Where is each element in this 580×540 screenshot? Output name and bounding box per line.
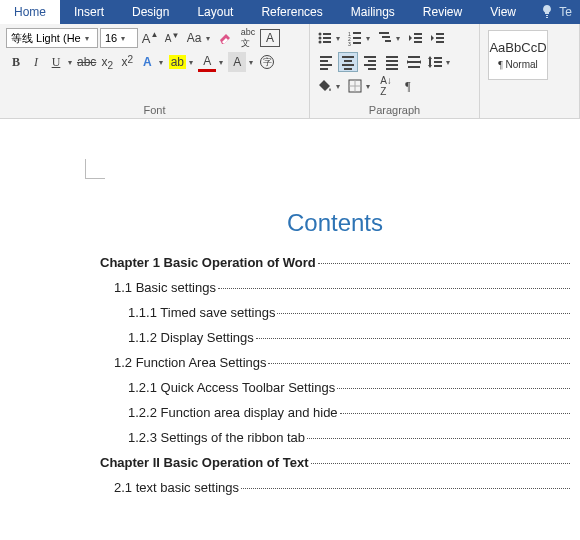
font-name-value: 等线 Light (He — [11, 31, 81, 46]
pilcrow-icon: ¶ — [498, 59, 503, 70]
grow-font-button[interactable]: A▲ — [140, 28, 160, 48]
toc-entry[interactable]: 1.1.1 Timed save settings — [128, 305, 570, 320]
font-name-combo[interactable]: 等线 Light (He ▾ — [6, 28, 98, 48]
outdent-icon — [408, 30, 424, 46]
toc-entry[interactable]: 1.1 Basic settings — [114, 280, 570, 295]
toc-entry[interactable]: Chapter II Basic Operation of Text — [100, 455, 570, 470]
toc-leader — [218, 288, 570, 289]
align-center-icon — [340, 54, 356, 70]
increase-indent-button[interactable] — [428, 28, 448, 48]
justify-icon — [384, 54, 400, 70]
toc-entry-text: Chapter 1 Basic Operation of Word — [100, 255, 316, 270]
bold-button[interactable]: B — [6, 52, 26, 72]
multilevel-icon — [377, 30, 393, 46]
toc-entry[interactable]: 2.1 text basic settings — [114, 480, 570, 495]
justify-button[interactable] — [382, 52, 402, 72]
strikethrough-button[interactable]: abc — [76, 52, 97, 72]
multilevel-list-button[interactable]: ▾ — [376, 28, 404, 48]
borders-button[interactable]: ▾ — [346, 76, 374, 96]
phonetic-guide-button[interactable]: abc文 — [238, 28, 258, 48]
svg-point-0 — [319, 33, 322, 36]
toc-entry[interactable]: 1.2 Function Area Settings — [114, 355, 570, 370]
svg-rect-7 — [353, 32, 361, 34]
toc-entry-text: 1.2.3 Settings of the ribbon tab — [128, 430, 305, 445]
chevron-down-icon: ▾ — [85, 34, 89, 43]
lightbulb-icon — [539, 4, 555, 20]
svg-rect-13 — [382, 36, 390, 38]
toc-entry[interactable]: 1.1.2 Display Settings — [128, 330, 570, 345]
numbering-button[interactable]: 123 ▾ — [346, 28, 374, 48]
align-center-button[interactable] — [338, 52, 358, 72]
paragraph-group-label: Paragraph — [316, 102, 473, 116]
toc-leader — [256, 338, 570, 339]
align-right-icon — [362, 54, 378, 70]
toc-entry-text: Chapter II Basic Operation of Text — [100, 455, 309, 470]
ribbon-tabs: Home Insert Design Layout References Mai… — [0, 0, 580, 24]
tab-references[interactable]: References — [247, 0, 336, 24]
align-right-button[interactable] — [360, 52, 380, 72]
highlight-button[interactable]: ab▾ — [167, 52, 197, 72]
toc-leader — [318, 263, 570, 264]
tab-design[interactable]: Design — [118, 0, 183, 24]
subscript-button[interactable]: x2 — [97, 52, 117, 72]
indent-icon — [430, 30, 446, 46]
enclose-characters-button[interactable]: 字 — [257, 52, 277, 72]
shrink-font-button[interactable]: A▼ — [162, 28, 182, 48]
superscript-button[interactable]: x2 — [117, 52, 137, 72]
align-left-button[interactable] — [316, 52, 336, 72]
tell-me-text: Te — [559, 5, 572, 19]
change-case-button[interactable]: Aa▾ — [184, 28, 214, 48]
character-border-button[interactable]: A — [260, 29, 280, 47]
italic-button[interactable]: I — [26, 52, 46, 72]
svg-point-4 — [319, 41, 322, 44]
line-spacing-icon — [427, 54, 443, 70]
document-canvas[interactable]: Contents Chapter 1 Basic Operation of Wo… — [0, 119, 580, 540]
toc-leader — [307, 438, 570, 439]
toc-entry[interactable]: Chapter 1 Basic Operation of Word — [100, 255, 570, 270]
style-normal[interactable]: AaBbCcD ¶ Normal — [488, 30, 548, 80]
decrease-indent-button[interactable] — [406, 28, 426, 48]
underline-button[interactable]: U▾ — [46, 52, 76, 72]
tab-review[interactable]: Review — [409, 0, 476, 24]
character-shading-button[interactable]: A▾ — [227, 52, 257, 72]
align-left-icon — [318, 54, 334, 70]
distributed-button[interactable] — [404, 52, 424, 72]
document-body: Contents Chapter 1 Basic Operation of Wo… — [100, 209, 570, 495]
toc-entry[interactable]: 1.2.2 Function area display and hide — [128, 405, 570, 420]
toc-entry[interactable]: 1.2.1 Quick Access Toolbar Settings — [128, 380, 570, 395]
bullets-button[interactable]: ▾ — [316, 28, 344, 48]
style-name: Normal — [506, 59, 538, 70]
line-spacing-button[interactable]: ▾ — [426, 52, 454, 72]
svg-rect-3 — [323, 37, 331, 39]
font-size-combo[interactable]: 16 ▾ — [100, 28, 138, 48]
toc-entry-text: 1.1.1 Timed save settings — [128, 305, 275, 320]
tab-view[interactable]: View — [476, 0, 530, 24]
svg-rect-9 — [353, 37, 361, 39]
chevron-down-icon: ▾ — [121, 34, 125, 43]
tab-mailings[interactable]: Mailings — [337, 0, 409, 24]
font-group: 等线 Light (He ▾ 16 ▾ A▲ A▼ Aa▾ abc文 A B I — [0, 24, 310, 118]
tell-me[interactable]: Te — [531, 0, 580, 24]
page-corner-mark — [85, 159, 105, 179]
toc-entry-text: 1.1.2 Display Settings — [128, 330, 254, 345]
table-of-contents: Chapter 1 Basic Operation of Word1.1 Bas… — [100, 255, 570, 495]
sort-button[interactable]: A↓Z — [376, 76, 396, 96]
ribbon: 等线 Light (He ▾ 16 ▾ A▲ A▼ Aa▾ abc文 A B I — [0, 24, 580, 119]
tab-layout[interactable]: Layout — [183, 0, 247, 24]
toc-leader — [340, 413, 570, 414]
eraser-icon — [218, 30, 234, 46]
text-effects-button[interactable]: A▾ — [137, 52, 167, 72]
toc-leader — [337, 388, 570, 389]
toc-entry-text: 1.2 Function Area Settings — [114, 355, 266, 370]
toc-entry[interactable]: 1.2.3 Settings of the ribbon tab — [128, 430, 570, 445]
toc-entry-text: 2.1 text basic settings — [114, 480, 239, 495]
shading-button[interactable]: ▾ — [316, 76, 344, 96]
tab-home[interactable]: Home — [0, 0, 60, 24]
numbering-icon: 123 — [347, 30, 363, 46]
font-color-button[interactable]: A▾ — [197, 52, 227, 72]
svg-rect-1 — [323, 33, 331, 35]
paint-bucket-icon — [317, 78, 333, 94]
show-hide-button[interactable]: ¶ — [398, 76, 418, 96]
clear-formatting-button[interactable] — [216, 28, 236, 48]
tab-insert[interactable]: Insert — [60, 0, 118, 24]
